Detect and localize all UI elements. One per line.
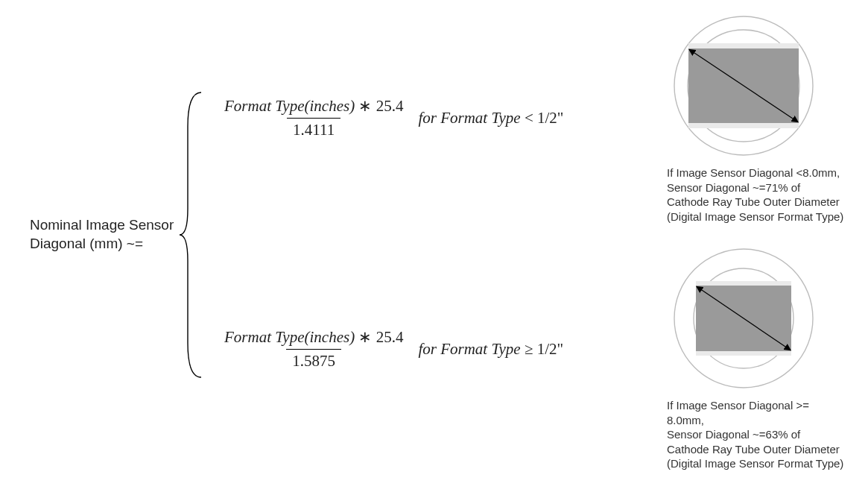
formula2-fraction: Format Type(inches) ∗ 25.4 1.5875 — [218, 328, 409, 371]
formula1-numerator: Format Type(inches) ∗ 25.4 — [218, 97, 409, 118]
diagram-case-1: If Image Sensor Diagonal <8.0mm, Sensor … — [667, 15, 846, 224]
formula2-denominator: 1.5875 — [286, 349, 341, 371]
crt-sensor-diagram-1 — [673, 15, 814, 157]
crt-sensor-diagram-2 — [673, 248, 814, 389]
formula-case-2: Format Type(inches) ∗ 25.4 1.5875 for Fo… — [218, 328, 563, 371]
formula1-fraction: Format Type(inches) ∗ 25.4 1.4111 — [218, 97, 409, 139]
diagram2-cap-l2: Sensor Diagonal ~=63% of — [667, 427, 846, 442]
formula1-num-unit: (inches) — [305, 97, 355, 115]
formula1-cond-op: < — [525, 109, 533, 127]
diagram2-cap-l4: (Digital Image Sensor Format Type) — [667, 456, 846, 471]
diagram1-cap-l4: (Digital Image Sensor Format Type) — [667, 210, 843, 224]
formula1-denominator: 1.4111 — [287, 118, 340, 139]
formula2-num-unit: (inches) — [305, 328, 355, 346]
formula2-condition: for Format Type ≥ 1/2" — [418, 340, 563, 359]
formula2-num-term: Format Type — [224, 328, 305, 346]
formula2-cond-op: ≥ — [525, 340, 533, 358]
diagram1-cap-l1: If Image Sensor Diagonal <8.0mm, — [667, 166, 843, 180]
formula2-cond-prefix: for Format Type — [418, 340, 525, 358]
formula1-cond-prefix: for Format Type — [418, 109, 525, 127]
diagram1-caption: If Image Sensor Diagonal <8.0mm, Sensor … — [667, 166, 843, 224]
brace-icon — [177, 89, 207, 380]
cases-brace — [177, 89, 207, 380]
lhs-label-line2: Diagonal (mm) ~= — [30, 235, 179, 253]
lhs-label: Nominal Image Sensor Diagonal (mm) ~= — [30, 216, 179, 253]
formula1-num-mult: ∗ 25.4 — [355, 97, 403, 115]
formula1-condition: for Format Type < 1/2" — [418, 109, 563, 127]
diagram-case-2: If Image Sensor Diagonal >= 8.0mm, Senso… — [667, 248, 846, 471]
formula1-num-term: Format Type — [224, 97, 305, 115]
crt-sensor-svg-2 — [673, 248, 814, 389]
diagram1-cap-l2: Sensor Diagonal ~=71% of — [667, 180, 843, 195]
formula-case-1: Format Type(inches) ∗ 25.4 1.4111 for Fo… — [218, 97, 563, 139]
lhs-label-line1: Nominal Image Sensor — [30, 216, 179, 235]
formula2-num-mult: ∗ 25.4 — [355, 328, 403, 346]
diagram2-cap-l3: Cathode Ray Tube Outer Diameter — [667, 442, 846, 457]
formula2-cond-value: 1/2" — [533, 340, 563, 358]
diagram2-cap-l1: If Image Sensor Diagonal >= 8.0mm, — [667, 398, 846, 427]
crt-sensor-svg-1 — [673, 15, 814, 157]
formula2-numerator: Format Type(inches) ∗ 25.4 — [218, 328, 409, 349]
diagram2-caption: If Image Sensor Diagonal >= 8.0mm, Senso… — [667, 398, 846, 471]
formula1-cond-value: 1/2" — [533, 109, 564, 127]
diagram1-cap-l3: Cathode Ray Tube Outer Diameter — [667, 195, 843, 210]
